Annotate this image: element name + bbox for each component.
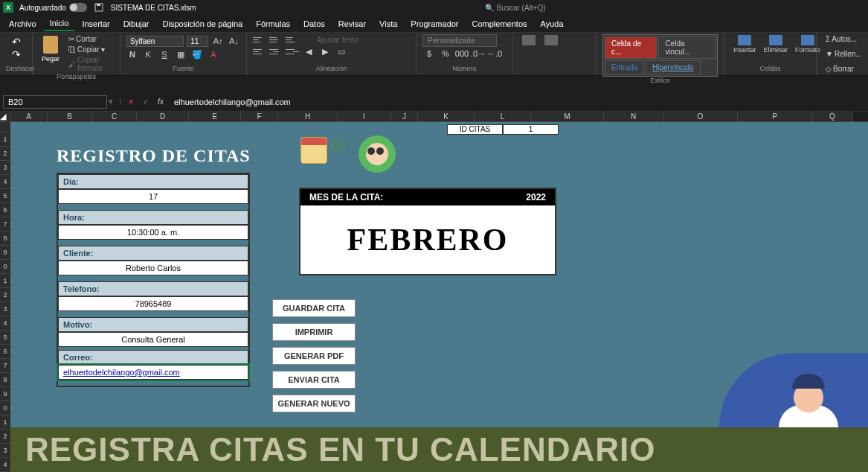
col-header-M[interactable]: M (531, 112, 604, 121)
enviar-cita-button[interactable]: ENVIAR CITA (272, 371, 356, 389)
row-header-1[interactable]: 1 (0, 133, 10, 147)
row-header-10[interactable]: 0 (0, 260, 10, 274)
row-header-20[interactable]: 0 (0, 401, 10, 415)
currency-button[interactable]: $ (422, 47, 436, 60)
increase-decimal-button[interactable]: .0→ (472, 47, 485, 60)
row-header-17[interactable]: 7 (0, 359, 10, 373)
disguise-face-icon[interactable] (359, 135, 396, 173)
row-header-7[interactable]: 7 (0, 217, 10, 232)
toggle-switch[interactable] (69, 3, 87, 12)
row-header-9[interactable]: 9 (0, 246, 10, 260)
comma-button[interactable]: 000 (455, 47, 469, 60)
row-header-8[interactable]: 8 (0, 232, 10, 246)
col-header-A[interactable]: A (10, 112, 48, 121)
col-header-N[interactable]: N (604, 112, 663, 121)
row-header-6[interactable]: 6 (0, 203, 10, 217)
font-color-button[interactable]: A (207, 48, 220, 61)
row-header-5[interactable]: 5 (0, 189, 10, 203)
row-header-23[interactable]: 3 (0, 444, 10, 458)
align-right-button[interactable] (286, 46, 299, 57)
align-left-button[interactable] (253, 46, 266, 57)
telefono-input[interactable]: 78965489 (58, 296, 248, 311)
row-header-2[interactable]: 2 (0, 147, 10, 161)
col-header-Q[interactable]: Q (812, 112, 853, 121)
paste-button[interactable]: Pegar (39, 34, 62, 73)
menu-formulas[interactable]: Fórmulas (250, 17, 296, 31)
menu-archivo[interactable]: Archivo (3, 17, 42, 31)
fill-button[interactable]: ▼Rellen... (823, 49, 855, 59)
menu-inicio[interactable]: Inicio (44, 16, 75, 31)
generar-nuevo-button[interactable]: GENERAR NUEVO (272, 395, 356, 412)
underline-button[interactable]: S (158, 48, 171, 61)
col-header-O[interactable]: O (663, 112, 738, 121)
row-header-4[interactable]: 4 (0, 175, 10, 189)
delete-cells-button[interactable]: Eliminar (761, 34, 791, 54)
dia-input[interactable]: 17 (58, 189, 248, 204)
clear-button[interactable]: ◇Borrar (823, 64, 855, 74)
style-hipervinculo[interactable]: Hipervínculo (646, 60, 701, 74)
copy-button[interactable]: ⿻Copiar ▾ (65, 45, 114, 54)
calendar-icon[interactable] (300, 137, 334, 170)
align-top-button[interactable] (253, 34, 266, 45)
correo-input[interactable]: elhuertodelchilango@gmail.com (58, 365, 248, 380)
col-header-J[interactable]: J (391, 112, 418, 121)
font-name-select[interactable]: Sylfaen (126, 36, 184, 47)
id-citas-label[interactable]: ID CITAS (447, 124, 503, 135)
menu-revisar[interactable]: Revisar (332, 17, 372, 31)
row-header-18[interactable]: 8 (0, 373, 10, 387)
search-box[interactable]: 🔍 Buscar (Alt+Q) (485, 4, 546, 12)
col-header-E[interactable]: E (189, 112, 241, 121)
align-center-button[interactable] (269, 46, 283, 57)
row-header-0[interactable] (0, 122, 10, 133)
align-middle-button[interactable] (269, 34, 283, 45)
autosave-toggle[interactable]: Autoguardado (19, 3, 87, 12)
style-entrada[interactable]: Entrada (605, 60, 644, 74)
increase-indent-button[interactable]: ▶ (318, 45, 332, 58)
menu-ayuda[interactable]: Ayuda (535, 17, 570, 31)
row-header-11[interactable]: 1 (0, 274, 10, 288)
sheet-content[interactable]: ID CITAS 1 REGISTRO DE CITAS + Día: 17 H… (10, 122, 868, 472)
row-header-13[interactable]: 3 (0, 302, 10, 316)
col-header-C[interactable]: C (92, 112, 137, 121)
col-header-L[interactable]: L (475, 112, 531, 121)
decrease-indent-button[interactable]: ◀ (302, 45, 315, 58)
row-header-14[interactable]: 4 (0, 316, 10, 331)
font-size-select[interactable]: 11 (187, 36, 208, 47)
italic-button[interactable]: K (141, 48, 155, 61)
menu-datos[interactable]: Datos (298, 17, 331, 31)
motivo-input[interactable]: Consulta General (58, 332, 248, 347)
undo-icon[interactable]: ↶ (12, 36, 21, 48)
formula-input[interactable] (170, 96, 865, 108)
row-header-24[interactable]: 4 (0, 458, 10, 472)
col-header-D[interactable]: D (137, 112, 189, 121)
border-button[interactable]: ▦ (174, 48, 187, 61)
cut-button[interactable]: ✂Cortar (65, 34, 114, 44)
increase-font-icon[interactable]: A↑ (211, 34, 224, 48)
row-header-22[interactable]: 2 (0, 430, 10, 444)
bold-button[interactable]: N (126, 48, 138, 61)
cliente-input[interactable]: Roberto Carlos (58, 261, 248, 275)
menu-disposicion[interactable]: Disposición de página (157, 17, 249, 31)
guardar-cita-button[interactable]: GUARDAR CITA (272, 299, 356, 317)
cancel-formula-button[interactable]: ✕ (125, 96, 137, 108)
insert-cells-button[interactable]: Insertar (730, 34, 759, 54)
id-citas-value[interactable]: 1 (503, 124, 559, 135)
imprimir-button[interactable]: IMPRIMIR (272, 323, 356, 341)
number-format-select[interactable]: Personalizada (422, 34, 497, 47)
col-header-K[interactable]: K (418, 112, 475, 121)
fx-button[interactable]: fx (155, 96, 167, 108)
select-all-triangle[interactable]: ◢ (0, 112, 10, 121)
col-header-I[interactable]: I (338, 112, 391, 121)
decrease-font-icon[interactable]: A↓ (228, 34, 240, 48)
generar-pdf-button[interactable]: GENERAR PDF (272, 347, 356, 365)
col-header-B[interactable]: B (48, 112, 92, 121)
col-header-P[interactable]: P (738, 112, 812, 121)
accept-formula-button[interactable]: ✓ (140, 96, 152, 108)
col-header-F[interactable]: F (241, 112, 278, 121)
add-icon[interactable]: + (332, 138, 345, 152)
row-header-12[interactable]: 2 (0, 288, 10, 302)
row-header-3[interactable]: 3 (0, 161, 10, 175)
redo-icon[interactable]: ↷ (12, 48, 21, 60)
row-header-15[interactable]: 5 (0, 331, 10, 345)
style-celda-vinculada[interactable]: Celda vincul... (658, 36, 716, 59)
